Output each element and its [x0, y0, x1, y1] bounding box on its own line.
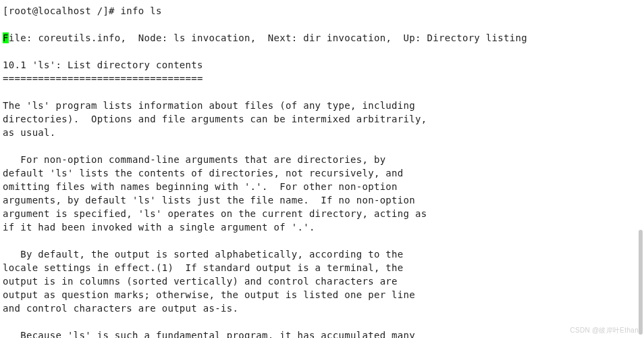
body-line: default 'ls' lists the contents of direc…: [3, 166, 641, 180]
body-line: argument is specified, 'ls' operates on …: [3, 207, 641, 220]
body-line: omitting files with names beginning with…: [3, 180, 641, 193]
body-line: if it had been invoked with a single arg…: [3, 220, 641, 234]
body-line: as usual.: [3, 126, 641, 139]
body-line: arguments, by default 'ls' lists just th…: [3, 193, 641, 207]
shell-prompt: [root@localhost /]# info ls: [3, 5, 162, 16]
scrollbar-thumb[interactable]: [639, 230, 643, 335]
info-header-next: Next: dir invocation,: [268, 32, 392, 43]
body-line: Because 'ls' is such a fundamental progr…: [3, 329, 641, 338]
section-rule: ==================================: [3, 73, 203, 84]
info-header-node: Node: ls invocation,: [138, 32, 257, 43]
info-header-up: Up: Directory listing: [404, 32, 527, 43]
body-line: locale settings in effect.(1) If standar…: [3, 261, 641, 274]
body-line: output as question marks; otherwise, the…: [3, 288, 641, 301]
body-line: For non-option command-line arguments th…: [3, 153, 641, 166]
info-header-file: ile: coreutils.info,: [9, 32, 127, 43]
body-line: directories). Options and file arguments…: [3, 112, 641, 126]
section-title: 10.1 'ls': List directory contents: [3, 59, 203, 70]
body-line: output is in columns (sorted vertically)…: [3, 274, 641, 288]
terminal-output[interactable]: [root@localhost /]# info ls File: coreut…: [0, 0, 644, 338]
body-line: The 'ls' program lists information about…: [3, 99, 641, 112]
cursor: F: [3, 32, 9, 43]
body-line: By default, the output is sorted alphabe…: [3, 247, 641, 261]
body-line: and control characters are output as-is.: [3, 301, 641, 315]
watermark: CSDN @彼岸叶Ethan: [570, 326, 639, 335]
